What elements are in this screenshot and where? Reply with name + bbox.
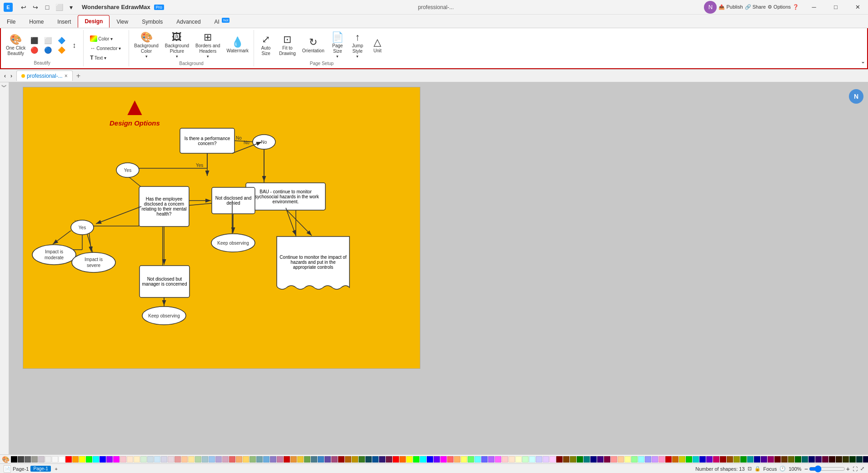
palette-color-swatch[interactable] <box>774 456 781 463</box>
palette-color-swatch[interactable] <box>365 456 372 463</box>
palette-color-swatch[interactable] <box>529 456 535 463</box>
palette-color-swatch[interactable] <box>263 456 269 463</box>
palette-color-swatch[interactable] <box>590 456 597 463</box>
palette-color-swatch[interactable] <box>161 456 167 463</box>
redo-button[interactable]: ↪ <box>30 2 41 13</box>
palette-color-swatch[interactable] <box>11 456 17 463</box>
palette-color-swatch[interactable] <box>399 456 406 463</box>
palette-color-swatch[interactable] <box>52 456 58 463</box>
palette-color-swatch[interactable] <box>420 456 426 463</box>
watermark-button[interactable]: 💧 Watermark <box>224 36 251 55</box>
auto-size-button[interactable]: ⤢ AutoSize <box>257 33 275 58</box>
tab-insert[interactable]: Insert <box>50 15 78 28</box>
palette-color-swatch[interactable] <box>461 456 467 463</box>
zoom-in-button[interactable]: + <box>846 465 850 473</box>
palette-color-swatch[interactable] <box>631 456 638 463</box>
tab-add-button[interactable]: + <box>73 70 84 82</box>
palette-color-swatch[interactable] <box>215 456 222 463</box>
palette-color-swatch[interactable] <box>290 456 297 463</box>
lock-icon[interactable]: 🔒 <box>754 466 761 472</box>
canvas-area[interactable]: ▲ Design Options <box>9 82 868 454</box>
palette-color-swatch[interactable] <box>311 456 317 463</box>
palette-color-swatch[interactable] <box>352 456 358 463</box>
user-avatar[interactable]: N <box>704 1 717 14</box>
palette-color-swatch[interactable] <box>795 456 801 463</box>
palette-color-swatch[interactable] <box>181 456 188 463</box>
palette-color-swatch[interactable] <box>849 456 856 463</box>
open-button[interactable]: ⬜ <box>54 2 65 13</box>
palette-color-swatch[interactable] <box>413 456 419 463</box>
palette-color-swatch[interactable] <box>440 456 447 463</box>
palette-color-swatch[interactable] <box>338 456 344 463</box>
tab-document[interactable]: professional-... × <box>16 70 73 81</box>
save-button[interactable]: □ <box>42 2 53 13</box>
palette-color-swatch[interactable] <box>25 456 31 463</box>
palette-color-swatch[interactable] <box>815 456 822 463</box>
palette-color-swatch[interactable] <box>727 456 733 463</box>
palette-color-swatch[interactable] <box>740 456 747 463</box>
palette-color-swatch[interactable] <box>331 456 338 463</box>
palette-color-swatch[interactable] <box>577 456 583 463</box>
palette-color-swatch[interactable] <box>222 456 229 463</box>
palette-color-swatch[interactable] <box>18 456 24 463</box>
one-click-beautify-button[interactable]: 🎨 One ClickBeautify <box>4 33 28 58</box>
beautify-btn-4[interactable]: 🔴 <box>28 45 40 55</box>
minimize-button[interactable]: ─ <box>803 0 824 15</box>
palette-color-swatch[interactable] <box>679 456 685 463</box>
palette-color-swatch[interactable] <box>447 456 454 463</box>
palette-color-swatch[interactable] <box>863 456 868 463</box>
fullscreen-button[interactable]: ⛶ <box>853 466 858 472</box>
expand-button[interactable]: ⤢ <box>860 466 864 472</box>
palette-color-swatch[interactable] <box>556 456 563 463</box>
undo-button[interactable]: ↩ <box>18 2 29 13</box>
palette-color-swatch[interactable] <box>768 456 774 463</box>
palette-color-swatch[interactable] <box>209 456 215 463</box>
palette-color-swatch[interactable] <box>733 456 740 463</box>
palette-color-swatch[interactable] <box>386 456 392 463</box>
palette-color-swatch[interactable] <box>788 456 794 463</box>
palette-color-swatch[interactable] <box>72 456 79 463</box>
palette-color-swatch[interactable] <box>256 456 263 463</box>
palette-color-swatch[interactable] <box>597 456 604 463</box>
palette-color-swatch[interactable] <box>243 456 249 463</box>
panel-toggle[interactable]: ❯ <box>2 84 7 88</box>
palette-color-swatch[interactable] <box>59 456 65 463</box>
palette-color-swatch[interactable] <box>611 456 617 463</box>
palette-color-swatch[interactable] <box>699 456 706 463</box>
maximize-button[interactable]: □ <box>825 0 846 15</box>
palette-color-swatch[interactable] <box>379 456 385 463</box>
palette-color-swatch[interactable] <box>229 456 235 463</box>
palette-color-swatch[interactable] <box>509 456 515 463</box>
palette-color-swatch[interactable] <box>836 456 842 463</box>
text-dropdown-button[interactable]: T Text ▾ <box>88 54 123 62</box>
palette-color-swatch[interactable] <box>345 456 351 463</box>
palette-color-swatch[interactable] <box>645 456 651 463</box>
tab-nav-right[interactable]: › <box>8 73 15 79</box>
palette-color-swatch[interactable] <box>79 456 85 463</box>
palette-color-swatch[interactable] <box>781 456 788 463</box>
palette-color-swatch[interactable] <box>618 456 624 463</box>
palette-color-swatch[interactable] <box>843 456 849 463</box>
palette-color-swatch[interactable] <box>359 456 365 463</box>
palette-color-swatch[interactable] <box>665 456 672 463</box>
options-button[interactable]: ⚙ Options <box>768 4 791 10</box>
beautify-btn-3[interactable]: 🔷 <box>55 36 68 45</box>
background-picture-button[interactable]: 🖼 BackgroundPicture ▾ <box>163 31 191 60</box>
palette-color-swatch[interactable] <box>481 456 488 463</box>
palette-color-swatch[interactable] <box>168 456 174 463</box>
palette-color-swatch[interactable] <box>802 456 808 463</box>
palette-color-swatch[interactable] <box>584 456 590 463</box>
palette-color-swatch[interactable] <box>38 456 45 463</box>
jump-style-button[interactable]: ↑ JumpStyle ▾ <box>349 31 367 60</box>
palette-color-swatch[interactable] <box>154 456 160 463</box>
ribbon-expand-button[interactable]: ⌄ <box>859 56 867 66</box>
palette-color-swatch[interactable] <box>318 456 324 463</box>
palette-color-swatch[interactable] <box>502 456 508 463</box>
tab-nav-left[interactable]: ‹ <box>2 73 8 79</box>
palette-color-swatch[interactable] <box>454 456 460 463</box>
palette-color-swatch[interactable] <box>856 456 863 463</box>
background-color-button[interactable]: 🎨 BackgroundColor ▾ <box>132 31 160 60</box>
palette-color-swatch[interactable] <box>604 456 610 463</box>
more-button[interactable]: ▾ <box>65 2 76 13</box>
beautify-btn-1[interactable]: ⬛ <box>28 36 40 45</box>
